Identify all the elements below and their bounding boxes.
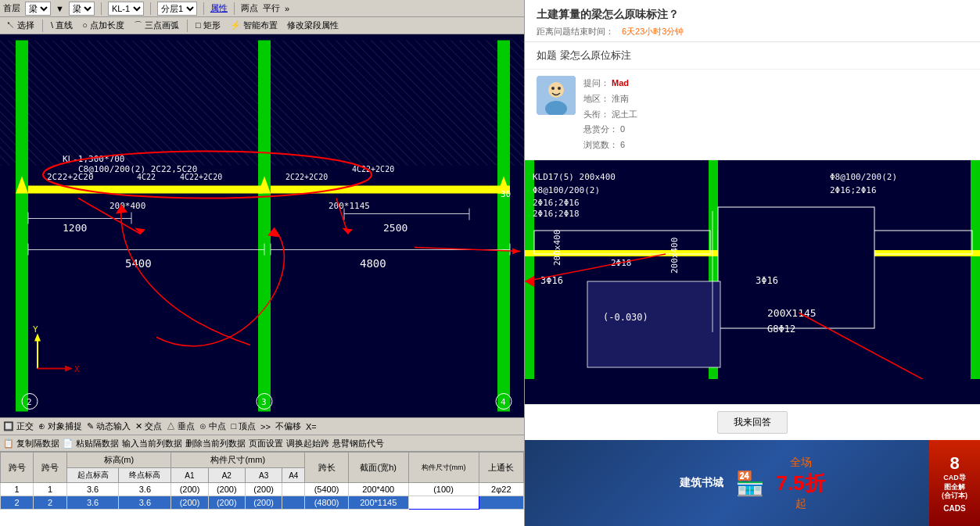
- user-ask-row: 提问： Mad: [583, 76, 637, 91]
- svg-text:4: 4: [501, 397, 506, 407]
- svg-text:2C22+2C20: 2C22+2C20: [285, 173, 328, 181]
- points-label: 悬赏分：: [583, 124, 618, 134]
- no-bias-btn[interactable]: 不偏移: [275, 420, 301, 432]
- cad-image-right: KLD17(5) 200x400 Φ8@100/200(2) 2Φ16;2Φ16…: [525, 160, 980, 404]
- svg-line-86: [525, 254, 666, 281]
- midpoint-btn[interactable]: △ 垂点: [167, 420, 195, 432]
- svg-rect-3: [258, 41, 271, 412]
- col-a3: A3: [245, 468, 282, 483]
- layer-select[interactable]: 分层1: [157, 2, 197, 16]
- svg-text:30: 30: [501, 189, 511, 199]
- svg-text:5400: 5400: [125, 257, 152, 270]
- svg-text:4C22+2C20: 4C22+2C20: [180, 173, 222, 181]
- property-link[interactable]: 属性: [210, 2, 228, 14]
- row1-edge-dist: (100): [408, 483, 479, 496]
- type-select[interactable]: 梁: [25, 2, 51, 16]
- row2-upper-bar: [479, 496, 523, 510]
- svg-marker-36: [34, 334, 41, 342]
- cad-icon: 8 CAD导图全解(合订本) CADS: [929, 440, 980, 526]
- paste-data-btn[interactable]: 📄 粘贴隔数据: [63, 438, 119, 449]
- svg-text:200X1145: 200X1145: [767, 307, 817, 319]
- col-end-elev: 终点标高: [119, 468, 171, 483]
- avatar-image: [537, 76, 576, 115]
- svg-text:4C22: 4C22: [137, 173, 156, 181]
- discount-text: 全场 7.5折 起: [776, 456, 824, 511]
- three-arc-btn[interactable]: ⌒ 三点画弧: [131, 20, 182, 31]
- svg-marker-54: [512, 249, 520, 255]
- user-title: 泥土工: [612, 109, 637, 119]
- qa-question: 如题 梁怎么原位标注: [525, 42, 980, 70]
- intersection-btn[interactable]: ✕ 交点: [135, 420, 162, 432]
- two-point-btn[interactable]: 两点: [241, 2, 258, 14]
- svg-text:Φ8@100/200(2): Φ8@100/200(2): [830, 172, 897, 182]
- row1-a4: [282, 483, 305, 496]
- modify-seg-btn[interactable]: 修改梁段属性: [284, 20, 342, 31]
- smart-layout-btn[interactable]: ⚡ 智能布置: [227, 20, 281, 31]
- avatar-svg: [537, 76, 576, 115]
- dynamic-input-btn[interactable]: ✎ 动态输入: [87, 420, 131, 432]
- hanging-bar-btn[interactable]: 悬臂钢筋代号: [332, 438, 384, 449]
- svg-text:(-0.030): (-0.030): [603, 312, 648, 323]
- user-points-row: 悬赏分： 0: [583, 122, 637, 138]
- more-btn[interactable]: >>: [260, 422, 271, 431]
- copy-data-btn[interactable]: 📋 复制隔数据: [3, 438, 59, 449]
- ortho-btn[interactable]: 🔲 正交: [3, 420, 34, 432]
- input-current-btn[interactable]: 输入当前列数据: [122, 438, 182, 449]
- delete-current-btn[interactable]: 删除当前列数据: [185, 438, 246, 449]
- svg-marker-38: [65, 366, 73, 372]
- svg-text:200x400: 200x400: [552, 230, 562, 266]
- center-btn[interactable]: ⊙ 中点: [199, 420, 226, 432]
- row1-span: 1: [34, 483, 66, 496]
- svg-text:KLD17(5) 200x400: KLD17(5) 200x400: [533, 172, 616, 182]
- name-select[interactable]: KL-1: [108, 2, 144, 16]
- svg-text:X: X: [74, 364, 80, 374]
- col-span-num2: 跨号: [34, 453, 66, 483]
- svg-text:2Φ16;2Φ16: 2Φ16;2Φ16: [533, 198, 580, 208]
- sep: [42, 20, 43, 32]
- separator: [101, 2, 102, 15]
- object-snap-btn[interactable]: ⊕ 对象捕捉: [38, 420, 82, 432]
- answer-button[interactable]: 我来回答: [717, 411, 788, 434]
- row2-section: 200*1145: [348, 496, 408, 510]
- right-panel: 土建算量的梁怎么原味标注？ 距离问题结束时间： 6天23小时3分钟 如题 梁怎么…: [524, 0, 980, 526]
- svg-rect-6: [271, 186, 510, 194]
- ask-label: 提问：: [583, 78, 609, 88]
- row1-num: 1: [1, 483, 34, 496]
- avatar: [537, 76, 576, 115]
- row2-edge-dist-input[interactable]: 100: [408, 496, 479, 510]
- cad-canvas[interactable]: 1200 200*400 200*1145 5400 4800: [0, 34, 524, 417]
- svg-text:200x400: 200x400: [669, 238, 680, 274]
- adjust-start-btn[interactable]: 调换起始跨: [286, 438, 329, 449]
- col-span-num: 跨号: [1, 453, 34, 483]
- discount-value: 7.5折: [776, 470, 824, 497]
- svg-text:3Φ16: 3Φ16: [540, 275, 563, 286]
- svg-text:3: 3: [261, 397, 267, 407]
- row1-start-elev: 3.6: [66, 483, 119, 496]
- sep2: [187, 20, 188, 32]
- discount-suffix: 起: [795, 497, 806, 511]
- select-btn[interactable]: ↖ 选择: [3, 20, 38, 31]
- svg-text:200*400: 200*400: [109, 201, 145, 211]
- sep1: ▼: [56, 4, 64, 13]
- parallel-btn[interactable]: 平行: [263, 2, 280, 14]
- add-length-btn[interactable]: ○ 点加长度: [79, 20, 127, 31]
- toolbar-end: »: [285, 4, 289, 13]
- page-settings-btn[interactable]: 页面设置: [249, 438, 283, 449]
- table-toolbar: 📋 复制隔数据 📄 粘贴隔数据 输入当前列数据 删除当前列数据 页面设置 调换起…: [0, 435, 524, 452]
- element-select[interactable]: 梁: [69, 2, 95, 16]
- line-btn[interactable]: \ 直线: [48, 20, 76, 31]
- user-name: Mad: [612, 78, 629, 88]
- endpoint-btn[interactable]: □ 顶点: [231, 420, 256, 432]
- row1-span-len: (5400): [305, 483, 349, 496]
- col-start-elev: 起点标高: [66, 468, 119, 483]
- area-label: 地区：: [583, 94, 609, 103]
- separator2: [150, 2, 151, 15]
- user-points: 0: [620, 124, 625, 134]
- col-edge-dist: 构件尺寸(mm): [408, 453, 479, 483]
- row2-span-len: (4800): [305, 496, 349, 510]
- toolbar-second: ↖ 选择 \ 直线 ○ 点加长度 ⌒ 三点画弧 □ 矩形 ⚡ 智能布置 修改梁段…: [0, 17, 524, 34]
- user-title-row: 头衔： 泥土工: [583, 107, 637, 123]
- qa-header: 土建算量的梁怎么原味标注？ 距离问题结束时间： 6天23小时3分钟: [525, 0, 980, 42]
- rect-btn[interactable]: □ 矩形: [192, 20, 224, 31]
- time-value: 6天23小时3分钟: [622, 26, 684, 38]
